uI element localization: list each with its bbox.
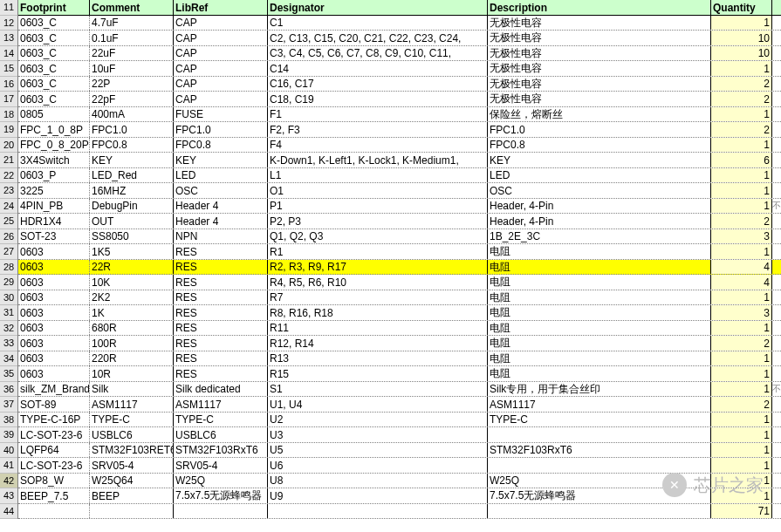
cell-comment[interactable]: LED_Red bbox=[90, 168, 174, 183]
row-number[interactable]: 33 bbox=[0, 336, 17, 351]
header-quantity[interactable]: Quantity bbox=[711, 0, 772, 15]
cell-description[interactable]: Header, 4-Pin bbox=[488, 199, 711, 214]
cell-description[interactable]: 电阻 bbox=[488, 351, 711, 366]
cell-footprint[interactable]: silk_ZM_Brand bbox=[18, 382, 90, 397]
cell-designator[interactable]: U8 bbox=[268, 474, 488, 488]
cell-libref[interactable]: FPC1.0 bbox=[174, 122, 268, 137]
cell-designator[interactable]: R15 bbox=[268, 366, 488, 381]
cell-footprint[interactable]: 0603 bbox=[18, 275, 90, 290]
row-number[interactable]: 38 bbox=[0, 413, 17, 428]
cell-description[interactable]: 无极性电容 bbox=[488, 61, 711, 76]
cell-designator[interactable]: R8, R16, R18 bbox=[268, 305, 488, 320]
cell-comment[interactable]: 10R bbox=[90, 366, 174, 381]
cell-quantity[interactable]: 1 bbox=[711, 443, 772, 458]
cell-description[interactable]: 电阻 bbox=[488, 290, 711, 305]
row-number[interactable]: 29 bbox=[0, 275, 17, 290]
cell-libref[interactable]: CAP bbox=[174, 16, 268, 31]
cell-footprint[interactable]: 0603_C bbox=[18, 31, 90, 45]
cell-description[interactable]: 电阻 bbox=[488, 305, 711, 320]
cell-quantity[interactable]: 71 bbox=[711, 504, 772, 519]
cell-quantity[interactable]: 1 bbox=[711, 168, 772, 183]
row-number[interactable]: 20 bbox=[0, 138, 17, 153]
cell-footprint[interactable]: LQFP64 bbox=[18, 443, 90, 458]
cell-libref[interactable]: TYPE-C bbox=[174, 413, 268, 427]
cell-libref[interactable] bbox=[174, 504, 268, 519]
cell-comment[interactable]: FPC0.8 bbox=[90, 138, 174, 153]
cell-footprint[interactable]: SOT-23 bbox=[18, 229, 90, 244]
cell-footprint[interactable]: FPC_0_8_20P bbox=[18, 138, 90, 153]
cell-description[interactable]: 无极性电容 bbox=[488, 16, 711, 31]
cell-designator[interactable]: U1, U4 bbox=[268, 397, 488, 412]
cell-description[interactable]: 无极性电容 bbox=[488, 46, 711, 61]
cell-comment[interactable]: 22pF bbox=[90, 92, 174, 106]
cell-designator[interactable]: U5 bbox=[268, 443, 488, 458]
cell-footprint[interactable]: 0603 bbox=[18, 305, 90, 320]
row-number[interactable]: 15 bbox=[0, 61, 17, 77]
cell-footprint[interactable]: 0603 bbox=[18, 321, 90, 336]
row-number[interactable]: 12 bbox=[0, 16, 17, 31]
row-number[interactable]: 42 bbox=[0, 474, 17, 489]
cell-footprint[interactable] bbox=[18, 504, 90, 519]
cell-description[interactable]: ASM1117 bbox=[488, 397, 711, 412]
cell-description[interactable]: 电阻 bbox=[488, 260, 711, 275]
cell-designator[interactable] bbox=[268, 504, 488, 519]
row-number[interactable]: 36 bbox=[0, 382, 17, 398]
cell-comment[interactable]: 22uF bbox=[90, 46, 174, 61]
row-number[interactable]: 16 bbox=[0, 77, 17, 92]
cell-quantity[interactable]: 1 bbox=[711, 107, 772, 122]
cell-comment[interactable]: W25Q64 bbox=[90, 474, 174, 488]
cell-designator[interactable]: U9 bbox=[268, 488, 488, 503]
cell-comment[interactable]: 680R bbox=[90, 321, 174, 336]
cell-footprint[interactable]: 0603_C bbox=[18, 77, 90, 92]
cell-description[interactable] bbox=[488, 458, 711, 473]
cell-designator[interactable]: R13 bbox=[268, 351, 488, 366]
row-number[interactable]: 34 bbox=[0, 351, 17, 367]
cell-footprint[interactable]: SOP8_W bbox=[18, 474, 90, 488]
cell-designator[interactable]: C3, C4, C5, C6, C7, C8, C9, C10, C11, bbox=[268, 46, 488, 61]
row-number[interactable]: 37 bbox=[0, 397, 17, 413]
row-number[interactable]: 31 bbox=[0, 305, 17, 321]
cell-libref[interactable]: FPC0.8 bbox=[174, 138, 268, 153]
cell-libref[interactable]: RES bbox=[174, 366, 268, 381]
cell-description[interactable]: 电阻 bbox=[488, 321, 711, 336]
cell-footprint[interactable]: 0603_C bbox=[18, 92, 90, 106]
cell-description[interactable]: LED bbox=[488, 168, 711, 183]
cell-comment[interactable]: FPC1.0 bbox=[90, 122, 174, 137]
cell-description[interactable]: 电阻 bbox=[488, 366, 711, 381]
cell-footprint[interactable]: 0603 bbox=[18, 260, 90, 275]
cell-quantity[interactable]: 1 bbox=[711, 183, 772, 198]
cell-quantity[interactable]: 1 bbox=[711, 351, 772, 366]
cell-description[interactable]: 7.5x7.5无源蜂鸣器 bbox=[488, 488, 711, 503]
cell-comment[interactable]: BEEP bbox=[90, 488, 174, 503]
row-number[interactable]: 41 bbox=[0, 458, 17, 474]
cell-comment[interactable]: 10uF bbox=[90, 61, 174, 76]
cell-footprint[interactable]: 0603_C bbox=[18, 61, 90, 76]
row-number[interactable]: 19 bbox=[0, 122, 17, 138]
cell-libref[interactable]: CAP bbox=[174, 77, 268, 92]
cell-designator[interactable]: R12, R14 bbox=[268, 336, 488, 351]
cell-description[interactable]: 电阻 bbox=[488, 244, 711, 259]
cell-libref[interactable]: NPN bbox=[174, 229, 268, 244]
cell-libref[interactable]: RES bbox=[174, 351, 268, 366]
cell-description[interactable]: W25Q bbox=[488, 474, 711, 488]
cell-description[interactable]: STM32F103RxT6 bbox=[488, 443, 711, 458]
cell-designator[interactable]: O1 bbox=[268, 183, 488, 198]
cell-footprint[interactable]: SOT-89 bbox=[18, 397, 90, 412]
cell-designator[interactable]: Q1, Q2, Q3 bbox=[268, 229, 488, 244]
cell-designator[interactable]: P1 bbox=[268, 199, 488, 214]
cell-footprint[interactable]: 0603 bbox=[18, 336, 90, 351]
row-number[interactable]: 40 bbox=[0, 443, 17, 459]
cell-description[interactable]: Header, 4-Pin bbox=[488, 214, 711, 228]
cell-libref[interactable]: USBLC6 bbox=[174, 427, 268, 442]
cell-comment[interactable]: 22P bbox=[90, 77, 174, 92]
cell-libref[interactable]: RES bbox=[174, 290, 268, 305]
cell-description[interactable]: 电阻 bbox=[488, 336, 711, 351]
cell-description[interactable]: 无极性电容 bbox=[488, 92, 711, 106]
cell-quantity[interactable]: 1 bbox=[711, 474, 772, 488]
cell-designator[interactable]: R4, R5, R6, R10 bbox=[268, 275, 488, 290]
cell-designator[interactable]: U3 bbox=[268, 427, 488, 442]
cell-comment[interactable]: TYPE-C bbox=[90, 413, 174, 427]
cell-comment[interactable]: KEY bbox=[90, 153, 174, 167]
cell-quantity[interactable]: 4 bbox=[711, 260, 772, 275]
cell-quantity[interactable]: 3 bbox=[711, 305, 772, 320]
